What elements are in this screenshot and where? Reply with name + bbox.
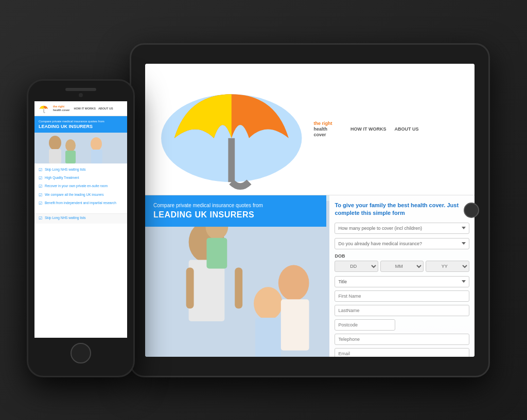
tablet-logo-text: the right health cover — [314, 121, 337, 137]
tablet-title-select[interactable]: Title — [335, 276, 469, 287]
tablet-hero-overlay: Compare private medical insurance quotes… — [145, 195, 326, 227]
phone-bottom-item: ☑ Skip Long NHS waiting lists — [34, 213, 127, 223]
tablet-hero: Compare private medical insurance quotes… — [145, 195, 475, 357]
svg-rect-18 — [65, 151, 76, 163]
phone: the right health cover HOW IT WORKS ABOU… — [27, 79, 135, 377]
phone-nav-links: HOW IT WORKS ABOUT US — [74, 107, 113, 110]
svg-rect-11 — [186, 267, 194, 308]
phone-hero-subtitle: Compare private medical insurance quotes… — [39, 120, 123, 123]
phone-checklist-item-bottom: ☑ Skip Long NHS waiting lists — [39, 216, 123, 221]
svg-rect-10 — [281, 299, 309, 351]
tablet-firstname-input[interactable] — [335, 290, 469, 302]
phone-screen: the right health cover HOW IT WORKS ABOU… — [34, 101, 127, 338]
tablet-postcode-input[interactable] — [335, 319, 395, 331]
phone-speaker — [65, 88, 96, 91]
phone-checklist-item-2: ☑ High Quality Treatment — [39, 176, 123, 181]
tablet-hero-title: LEADING UK INSURERS — [153, 210, 318, 220]
phone-nav-how-it-works[interactable]: HOW IT WORKS — [74, 107, 95, 110]
phone-checklist: ☑ Skip Long NHS waiting lists ☑ High Qua… — [34, 163, 127, 214]
svg-rect-4 — [189, 260, 225, 321]
tablet-nav-links: HOW IT WORKS ABOUT US — [350, 126, 419, 132]
tablet-people-select[interactable]: How many people to cover (incl children) — [335, 223, 469, 234]
phone-check-icon-3: ☑ — [39, 184, 42, 189]
phone-hero-title: LEADING UK INSURERS — [39, 124, 123, 129]
tablet-screen: the right health cover HOW IT WORKS ABOU… — [145, 64, 475, 357]
phone-check-icon-bottom: ☑ — [39, 216, 42, 221]
phone-logo-text: the right health cover — [53, 105, 69, 112]
svg-point-17 — [65, 139, 76, 152]
tablet-nav-how-it-works[interactable]: HOW IT WORKS — [350, 126, 387, 132]
tablet-postcode-tel-row — [335, 319, 469, 331]
phone-checklist-item-3: ☑ Recover in your own private en-suite r… — [39, 184, 123, 189]
phone-nav: the right health cover HOW IT WORKS ABOU… — [34, 101, 127, 116]
phone-check-icon-4: ☑ — [39, 193, 42, 198]
tablet-dob-dd[interactable]: DD — [335, 261, 378, 272]
phone-check-icon-2: ☑ — [39, 176, 42, 181]
phone-nav-about-us[interactable]: ABOUT US — [98, 107, 113, 110]
tablet-logo-umbrella — [152, 68, 311, 191]
tablet-insurance-select[interactable]: Do you already have medical insurance? — [335, 238, 469, 249]
svg-rect-16 — [49, 149, 61, 163]
tablet-dob-mm[interactable]: MM — [380, 261, 424, 272]
tablet-hero-subtitle: Compare private medical insurance quotes… — [153, 203, 318, 208]
tablet-nav: the right health cover HOW IT WORKS ABOU… — [145, 64, 475, 195]
scene: the right health cover HOW IT WORKS ABOU… — [16, 17, 511, 403]
tablet-telephone-input[interactable] — [335, 334, 469, 345]
svg-rect-14 — [34, 133, 127, 163]
svg-point-19 — [91, 137, 102, 151]
svg-rect-6 — [206, 238, 227, 269]
phone-check-icon-1: ☑ — [39, 168, 42, 173]
tablet-lastname-input[interactable] — [335, 305, 469, 316]
phone-checklist-item-1: ☑ Skip Long NHS waiting lists — [39, 168, 123, 173]
phone-logo-umbrella — [38, 104, 50, 113]
tablet-dob-label: DOB — [335, 253, 469, 259]
svg-rect-12 — [235, 267, 242, 308]
tablet-home-button[interactable] — [464, 203, 479, 218]
tablet-nav-about-us[interactable]: ABOUT US — [395, 126, 419, 132]
phone-hero-image — [34, 133, 127, 163]
phone-camera — [79, 93, 83, 97]
svg-rect-8 — [255, 318, 281, 357]
tablet-email-input[interactable] — [335, 348, 469, 357]
svg-point-9 — [278, 265, 309, 301]
phone-check-icon-5: ☑ — [39, 201, 42, 206]
phone-home-button[interactable] — [71, 343, 91, 363]
tablet-sidebar-form: To give your family the best health cove… — [329, 195, 475, 357]
phone-checklist-item-4: ☑ We compare all the leading UK insurers — [39, 193, 123, 198]
svg-rect-20 — [91, 150, 102, 163]
phone-checklist-item-5: ☑ Benefit from independent and impartial… — [39, 201, 123, 206]
tablet-dob-yy[interactable]: YY — [426, 261, 469, 272]
svg-point-7 — [254, 287, 283, 320]
tablet-sidebar-title: To give your family the best health cove… — [335, 202, 469, 217]
tablet-dob-row: DD MM YY — [335, 261, 469, 272]
tablet: the right health cover HOW IT WORKS ABOU… — [130, 43, 490, 377]
svg-point-15 — [49, 136, 61, 150]
phone-hero-overlay: Compare private medical insurance quotes… — [34, 116, 127, 133]
